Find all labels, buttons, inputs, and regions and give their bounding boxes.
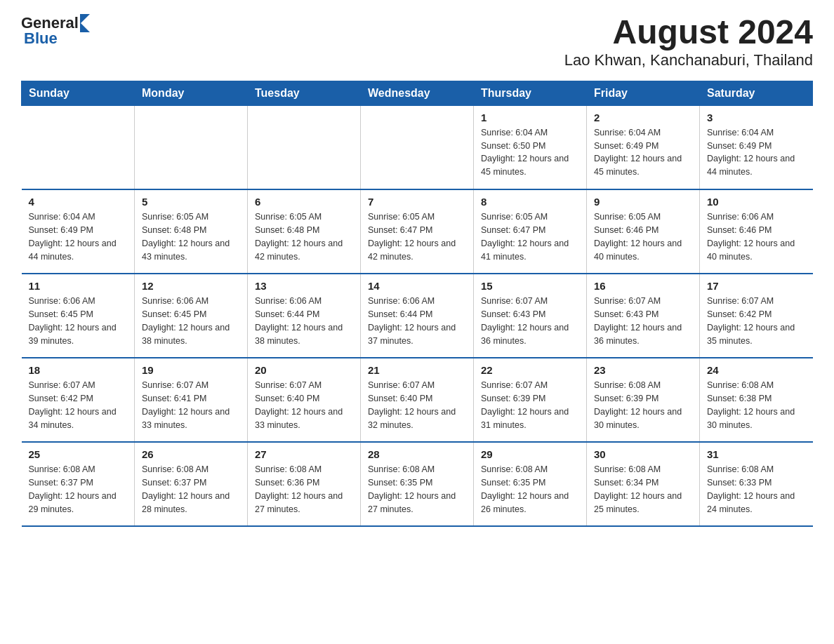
logo: General Blue [21, 14, 90, 48]
day-number: 5 [142, 196, 240, 208]
day-number: 23 [594, 364, 692, 376]
day-info: Sunrise: 6:04 AM Sunset: 6:49 PM Dayligh… [594, 126, 692, 179]
logo-blue-text: Blue [24, 29, 58, 48]
day-number: 9 [594, 196, 692, 208]
day-info: Sunrise: 6:08 AM Sunset: 6:36 PM Dayligh… [255, 463, 353, 516]
header-thursday: Thursday [474, 81, 587, 105]
day-info: Sunrise: 6:07 AM Sunset: 6:41 PM Dayligh… [142, 379, 240, 431]
calendar-cell: 12Sunrise: 6:06 AM Sunset: 6:45 PM Dayli… [135, 274, 248, 358]
day-number: 7 [368, 196, 466, 208]
day-info: Sunrise: 6:05 AM Sunset: 6:47 PM Dayligh… [368, 210, 466, 263]
day-info: Sunrise: 6:04 AM Sunset: 6:50 PM Dayligh… [481, 126, 579, 179]
calendar-cell: 26Sunrise: 6:08 AM Sunset: 6:37 PM Dayli… [135, 442, 248, 526]
day-info: Sunrise: 6:04 AM Sunset: 6:49 PM Dayligh… [29, 210, 128, 263]
day-number: 24 [707, 364, 806, 376]
day-number: 18 [29, 364, 128, 376]
day-info: Sunrise: 6:07 AM Sunset: 6:40 PM Dayligh… [368, 379, 466, 431]
day-info: Sunrise: 6:05 AM Sunset: 6:47 PM Dayligh… [481, 210, 579, 263]
day-info: Sunrise: 6:05 AM Sunset: 6:48 PM Dayligh… [255, 210, 353, 263]
day-info: Sunrise: 6:08 AM Sunset: 6:35 PM Dayligh… [368, 463, 466, 516]
day-info: Sunrise: 6:05 AM Sunset: 6:46 PM Dayligh… [594, 210, 692, 263]
day-number: 31 [707, 448, 806, 460]
day-number: 8 [481, 196, 579, 208]
calendar-cell: 16Sunrise: 6:07 AM Sunset: 6:43 PM Dayli… [587, 274, 700, 358]
day-number: 4 [29, 196, 128, 208]
calendar-cell: 27Sunrise: 6:08 AM Sunset: 6:36 PM Dayli… [248, 442, 361, 526]
day-info: Sunrise: 6:08 AM Sunset: 6:38 PM Dayligh… [707, 379, 806, 431]
day-info: Sunrise: 6:06 AM Sunset: 6:45 PM Dayligh… [29, 295, 128, 347]
day-number: 6 [255, 196, 353, 208]
calendar-cell: 31Sunrise: 6:08 AM Sunset: 6:33 PM Dayli… [700, 442, 813, 526]
calendar-cell: 9Sunrise: 6:05 AM Sunset: 6:46 PM Daylig… [587, 189, 700, 274]
day-info: Sunrise: 6:06 AM Sunset: 6:45 PM Dayligh… [142, 295, 240, 347]
calendar-header-row: SundayMondayTuesdayWednesdayThursdayFrid… [22, 81, 813, 105]
header-monday: Monday [135, 81, 248, 105]
calendar-cell: 24Sunrise: 6:08 AM Sunset: 6:38 PM Dayli… [700, 358, 813, 442]
day-info: Sunrise: 6:07 AM Sunset: 6:43 PM Dayligh… [481, 295, 579, 347]
calendar-cell: 5Sunrise: 6:05 AM Sunset: 6:48 PM Daylig… [135, 189, 248, 274]
day-info: Sunrise: 6:06 AM Sunset: 6:46 PM Dayligh… [707, 210, 806, 263]
day-number: 1 [481, 112, 579, 123]
day-number: 2 [594, 112, 692, 123]
calendar-cell: 20Sunrise: 6:07 AM Sunset: 6:40 PM Dayli… [248, 358, 361, 442]
header-wednesday: Wednesday [361, 81, 474, 105]
calendar-cell: 14Sunrise: 6:06 AM Sunset: 6:44 PM Dayli… [361, 274, 474, 358]
calendar-week-2: 4Sunrise: 6:04 AM Sunset: 6:49 PM Daylig… [22, 189, 813, 274]
day-number: 27 [255, 448, 353, 460]
calendar-cell: 4Sunrise: 6:04 AM Sunset: 6:49 PM Daylig… [22, 189, 135, 274]
calendar-cell: 15Sunrise: 6:07 AM Sunset: 6:43 PM Dayli… [474, 274, 587, 358]
calendar-cell: 17Sunrise: 6:07 AM Sunset: 6:42 PM Dayli… [700, 274, 813, 358]
day-info: Sunrise: 6:06 AM Sunset: 6:44 PM Dayligh… [368, 295, 466, 347]
calendar-cell: 28Sunrise: 6:08 AM Sunset: 6:35 PM Dayli… [361, 442, 474, 526]
calendar-cell: 11Sunrise: 6:06 AM Sunset: 6:45 PM Dayli… [22, 274, 135, 358]
calendar-cell: 25Sunrise: 6:08 AM Sunset: 6:37 PM Dayli… [22, 442, 135, 526]
day-number: 17 [707, 280, 806, 292]
day-info: Sunrise: 6:05 AM Sunset: 6:48 PM Dayligh… [142, 210, 240, 263]
day-number: 30 [594, 448, 692, 460]
day-info: Sunrise: 6:04 AM Sunset: 6:49 PM Dayligh… [707, 126, 806, 179]
calendar-cell: 7Sunrise: 6:05 AM Sunset: 6:47 PM Daylig… [361, 189, 474, 274]
day-number: 16 [594, 280, 692, 292]
day-number: 13 [255, 280, 353, 292]
calendar-cell [361, 105, 474, 189]
day-info: Sunrise: 6:08 AM Sunset: 6:37 PM Dayligh… [142, 463, 240, 516]
calendar-cell: 13Sunrise: 6:06 AM Sunset: 6:44 PM Dayli… [248, 274, 361, 358]
day-number: 3 [707, 112, 806, 123]
day-info: Sunrise: 6:08 AM Sunset: 6:35 PM Dayligh… [481, 463, 579, 516]
day-info: Sunrise: 6:08 AM Sunset: 6:34 PM Dayligh… [594, 463, 692, 516]
calendar-cell: 19Sunrise: 6:07 AM Sunset: 6:41 PM Dayli… [135, 358, 248, 442]
calendar-cell [248, 105, 361, 189]
day-info: Sunrise: 6:07 AM Sunset: 6:43 PM Dayligh… [594, 295, 692, 347]
calendar-cell: 1Sunrise: 6:04 AM Sunset: 6:50 PM Daylig… [474, 105, 587, 189]
day-number: 10 [707, 196, 806, 208]
day-number: 20 [255, 364, 353, 376]
day-number: 28 [368, 448, 466, 460]
calendar-cell: 8Sunrise: 6:05 AM Sunset: 6:47 PM Daylig… [474, 189, 587, 274]
day-info: Sunrise: 6:07 AM Sunset: 6:42 PM Dayligh… [707, 295, 806, 347]
header-sunday: Sunday [22, 81, 135, 105]
title-block: August 2024 Lao Khwan, Kanchanaburi, Tha… [564, 14, 813, 69]
calendar-cell: 6Sunrise: 6:05 AM Sunset: 6:48 PM Daylig… [248, 189, 361, 274]
page-title: August 2024 [564, 14, 813, 51]
day-info: Sunrise: 6:08 AM Sunset: 6:33 PM Dayligh… [707, 463, 806, 516]
calendar-week-5: 25Sunrise: 6:08 AM Sunset: 6:37 PM Dayli… [22, 442, 813, 526]
day-number: 12 [142, 280, 240, 292]
calendar-cell: 23Sunrise: 6:08 AM Sunset: 6:39 PM Dayli… [587, 358, 700, 442]
header-saturday: Saturday [700, 81, 813, 105]
day-number: 26 [142, 448, 240, 460]
calendar-table: SundayMondayTuesdayWednesdayThursdayFrid… [21, 81, 813, 528]
calendar-week-3: 11Sunrise: 6:06 AM Sunset: 6:45 PM Dayli… [22, 274, 813, 358]
calendar-week-4: 18Sunrise: 6:07 AM Sunset: 6:42 PM Dayli… [22, 358, 813, 442]
day-info: Sunrise: 6:07 AM Sunset: 6:39 PM Dayligh… [481, 379, 579, 431]
day-info: Sunrise: 6:07 AM Sunset: 6:42 PM Dayligh… [29, 379, 128, 431]
calendar-cell [22, 105, 135, 189]
day-number: 25 [29, 448, 128, 460]
calendar-cell: 3Sunrise: 6:04 AM Sunset: 6:49 PM Daylig… [700, 105, 813, 189]
day-info: Sunrise: 6:06 AM Sunset: 6:44 PM Dayligh… [255, 295, 353, 347]
calendar-cell: 21Sunrise: 6:07 AM Sunset: 6:40 PM Dayli… [361, 358, 474, 442]
calendar-cell: 30Sunrise: 6:08 AM Sunset: 6:34 PM Dayli… [587, 442, 700, 526]
day-number: 14 [368, 280, 466, 292]
day-info: Sunrise: 6:08 AM Sunset: 6:39 PM Dayligh… [594, 379, 692, 431]
day-number: 19 [142, 364, 240, 376]
calendar-cell: 2Sunrise: 6:04 AM Sunset: 6:49 PM Daylig… [587, 105, 700, 189]
